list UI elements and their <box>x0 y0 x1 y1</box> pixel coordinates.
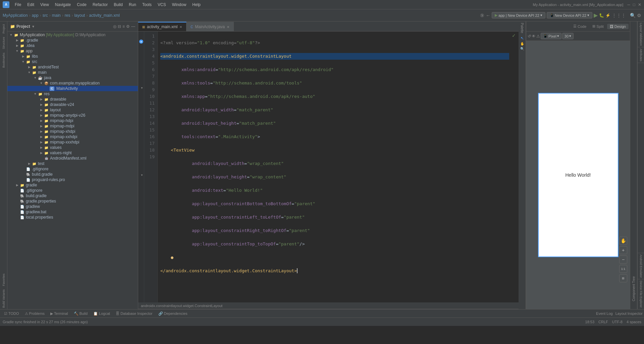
tree-proguard[interactable]: 📄 proguard-rules.pro <box>7 177 138 182</box>
project-close-icon[interactable]: — <box>131 24 135 29</box>
tree-build-gradle-app[interactable]: 🐘 build.gradle <box>7 172 138 177</box>
menu-build[interactable]: Build <box>111 2 125 8</box>
tab-activity-main[interactable]: ⊞ activity_main.xml ✕ <box>138 22 186 31</box>
tree-build-gradle-root[interactable]: 🐘 build.gradle <box>7 193 138 198</box>
dependencies-tab[interactable]: 🔗 Dependencies <box>156 311 190 316</box>
tree-test[interactable]: ▶ 📁 test <box>7 161 138 166</box>
zoom-in-icon[interactable]: 🔍 <box>520 47 524 51</box>
breadcrumb-layout[interactable]: layout <box>74 13 85 18</box>
tree-mipmap-hdpi[interactable]: ▶ 📁 mipmap-hdpi <box>7 118 138 123</box>
tree-res[interactable]: ▼ 📁 res <box>7 91 138 97</box>
tree-gradle-folder[interactable]: ▶ 📁 gradle <box>7 182 138 188</box>
tree-app[interactable]: ▼ 📁 app <box>7 48 138 54</box>
more-tools[interactable]: ⋮⋮⋮ <box>612 13 626 18</box>
palette-label[interactable]: Palette <box>519 21 525 35</box>
fold-arrow-9[interactable]: ▼ <box>141 87 143 90</box>
layout-inspector-btn[interactable]: Layout Inspector <box>615 311 643 316</box>
component-tree-label[interactable]: Component Tree <box>631 275 637 303</box>
tree-drawable-v24[interactable]: ▶ 📁 drawable-v24 <box>7 102 138 107</box>
hand-tool-btn[interactable]: ✋ <box>619 237 627 245</box>
android-emulator-label[interactable]: Android Emulator <box>638 253 644 279</box>
breadcrumb-main[interactable]: main <box>52 13 61 18</box>
window-maximize[interactable]: □ <box>633 2 635 7</box>
tree-mainactivity[interactable]: C MainActivity <box>7 86 138 91</box>
status-crlf[interactable]: CRLF <box>598 320 608 324</box>
tree-mipmap-mdpi[interactable]: ▶ 📁 mipmap-mdpi <box>7 123 138 129</box>
menu-edit[interactable]: Edit <box>24 2 37 8</box>
tree-gradle-properties[interactable]: 🐘 gradle.properties <box>7 198 138 204</box>
tree-mipmap-xxxhdpi[interactable]: ▶ 📁 mipmap-xxxhdpi <box>7 139 138 145</box>
pan-icon[interactable]: ✋ <box>520 42 524 46</box>
device-selector-btn[interactable]: 📱 Pixel ▾ <box>541 33 561 39</box>
left-icon-favorites[interactable]: Favorites <box>2 272 5 287</box>
tree-idea[interactable]: ▶ 📁 .idea <box>7 43 138 48</box>
window-close[interactable]: ✕ <box>638 2 641 7</box>
breadcrumb-file[interactable]: activity_main.xml <box>89 13 119 18</box>
select-icon[interactable]: ↖ <box>521 36 524 41</box>
device-file-explorer-label[interactable]: Device File Explorer <box>638 279 644 309</box>
zoom-in-btn[interactable]: + <box>619 246 627 254</box>
settings-toolbar[interactable]: ⚙ <box>637 13 641 18</box>
tree-values[interactable]: ▶ 📁 values <box>7 145 138 150</box>
tree-mipmap-xxhdpi[interactable]: ▶ 📁 mipmap-xxhdpi <box>7 134 138 139</box>
tree-libs[interactable]: ▶ 📁 libs <box>7 54 138 59</box>
run-button[interactable]: ▶ <box>594 12 598 18</box>
left-icon-project[interactable]: Project <box>2 23 5 35</box>
breadcrumb-myapp[interactable]: MyApplication <box>3 13 28 18</box>
tab-main-activity[interactable]: C MainActivity.java ✕ <box>186 22 234 31</box>
menu-refactor[interactable]: Refactor <box>90 2 110 8</box>
tree-drawable[interactable]: ▶ 📁 drawable <box>7 97 138 102</box>
collapse-all-icon[interactable]: ⊟ <box>118 24 121 29</box>
menu-navigate[interactable]: Navigate <box>52 2 73 8</box>
menu-help[interactable]: Help <box>190 2 203 8</box>
breadcrumb-app[interactable]: app <box>32 13 39 18</box>
build-tab[interactable]: 🔨 Build <box>71 311 90 316</box>
tree-package[interactable]: ▼ 📦 com.example.myapplication <box>7 80 138 86</box>
status-indent[interactable]: 4 spaces <box>627 320 641 324</box>
event-log-btn[interactable]: Event Log <box>596 311 613 316</box>
attach-button[interactable]: ⚡ <box>605 13 610 18</box>
split-mode-btn[interactable]: ⊞ Split <box>590 23 606 29</box>
todo-tab[interactable]: ☑ TODO <box>1 311 22 316</box>
menu-window[interactable]: Window <box>169 2 189 8</box>
tree-gitignore[interactable]: 📄 .gitignore <box>7 166 138 172</box>
back-button[interactable]: ← <box>486 13 490 18</box>
fold-arrow-17[interactable]: ▼ <box>141 174 143 177</box>
design-refresh-icon[interactable]: ↺ <box>528 34 531 39</box>
tree-java[interactable]: ▼ ☕ java <box>7 75 138 80</box>
tree-src[interactable]: ▼ 📁 src <box>7 59 138 64</box>
tree-gradle-hidden[interactable]: ▶ 📁 .gradle <box>7 38 138 43</box>
tree-root[interactable]: ▼ 📁 MyApplication [My Application] D:\My… <box>7 32 138 38</box>
tree-values-night[interactable]: ▶ 📁 values-night <box>7 150 138 156</box>
left-icon-build[interactable]: Build Variants <box>2 288 5 309</box>
debug-button[interactable]: 🐛 <box>599 13 604 18</box>
menu-code[interactable]: Code <box>74 2 89 8</box>
left-icon-structure[interactable]: Structure <box>2 36 5 51</box>
locate-file-icon[interactable]: ◎ <box>113 24 116 29</box>
expand-all-icon[interactable]: ≡ <box>122 24 125 29</box>
api-selector[interactable]: 📱 New Device API 22 ▾ <box>547 12 592 18</box>
tree-main[interactable]: ▼ 📁 main <box>7 70 138 75</box>
project-dropdown[interactable]: ▾ <box>32 24 34 29</box>
menu-vcs[interactable]: VCS <box>155 2 169 8</box>
tree-androidtest[interactable]: ▶ 📁 androidTest <box>7 64 138 70</box>
search-toolbar[interactable]: 🔍 <box>630 13 636 18</box>
breadcrumb-src[interactable]: src <box>43 13 48 18</box>
run-config-button[interactable]: ▶ app | New Device API 22 ▾ <box>492 12 545 18</box>
code-editor[interactable]: <?xml version="1.0" encoding="utf-8"?> <… <box>158 32 512 302</box>
tree-mipmap-xhdpi[interactable]: ▶ 📁 mipmap-xhdpi <box>7 129 138 134</box>
zoom-fit-btn[interactable]: 1:1 <box>619 265 627 273</box>
menu-run[interactable]: Run <box>126 2 139 8</box>
attributes-label[interactable]: Attributes <box>638 47 644 63</box>
menu-tools[interactable]: Tools <box>140 2 154 8</box>
breadcrumb-res[interactable]: res <box>65 13 70 18</box>
tab-main-activity-close[interactable]: ✕ <box>227 25 229 29</box>
menu-file[interactable]: File <box>12 2 24 8</box>
zoom-100-btn[interactable]: ⊞ <box>619 274 627 282</box>
zoom-out-btn[interactable]: − <box>619 255 627 264</box>
design-eye-icon[interactable]: 👁 <box>532 34 536 39</box>
tree-gradlew[interactable]: 📄 gradlew <box>7 204 138 209</box>
tree-local-properties[interactable]: 📄 local.properties <box>7 215 138 220</box>
code-mode-btn[interactable]: ☰ Code <box>571 23 589 29</box>
problems-tab[interactable]: ⚠ Problems <box>22 311 47 316</box>
